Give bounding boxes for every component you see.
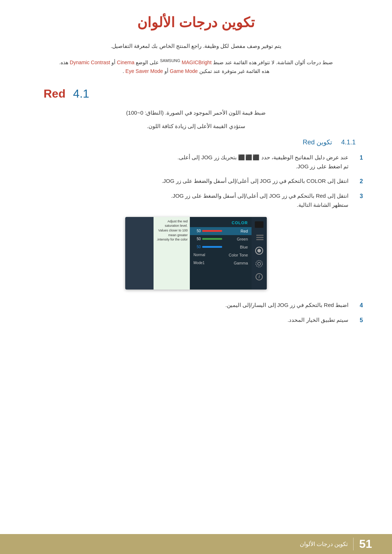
cinema-label: Cinema (117, 59, 134, 65)
note-or2: أو (164, 68, 168, 74)
red-bar (202, 230, 222, 232)
svg-point-1 (256, 260, 262, 267)
info-panel: Adjust the red saturation level. Values … (154, 217, 190, 290)
menu-item-blue-label: Blue (240, 245, 248, 249)
gamma-label: Gamma (234, 261, 248, 265)
sub-section-num: 4.1.1 (341, 139, 356, 146)
icon-info: i (254, 273, 264, 281)
icon-settings (254, 260, 264, 268)
step-5-text: سيتم تطبيق الخيار المحدد. (29, 315, 348, 325)
section-heading: Red 4.1 (29, 87, 363, 100)
green-value: 50 (193, 237, 201, 241)
brand-label: SAMSUNG (160, 58, 180, 63)
step-1-text: عند عرض دليل المفاتيح الوظيفية، حدد ⬛⬛⬛ … (29, 153, 348, 171)
menu-title: COLOR (190, 219, 252, 227)
section-desc2: ستؤدي القيمة الأعلى إلى زيادة كثافة اللو… (29, 121, 363, 131)
step-4: 4 اضبط Red بالتحكم في زر JOG إلى اليسار/… (29, 300, 363, 310)
eye-saver-label: Eye Saver Mode (126, 68, 163, 74)
red-value: 50 (193, 229, 201, 233)
menu-item-green-label: Green (237, 237, 248, 241)
menu-item-red-label: Red (241, 229, 248, 233)
icon-display (254, 221, 264, 229)
dynamic-contrast-label: Dynamic Contrast (70, 59, 110, 65)
blue-bar (202, 246, 222, 248)
note-text-1: ضبط درجات ألوان الشاشة. لا تتوافر هذه ال… (213, 59, 333, 65)
step-4-num: 4 (352, 300, 363, 310)
steps-list: 1 عند عرض دليل المفاتيح الوظيفية، حدد ⬛⬛… (29, 153, 363, 210)
monitor-sidebar: i (252, 217, 267, 290)
green-bar-container: 50 (193, 237, 222, 241)
section-num: 4.1 (73, 87, 89, 100)
sub-section-title: تكوين Red (303, 139, 332, 146)
color-tone-value: Normal (193, 253, 205, 257)
step-2: 2 انتقل إلى COLOR بالتحكم في زر JOG إلى … (29, 176, 363, 186)
menu-panel: COLOR Red 50 Green 50 (190, 217, 252, 290)
step-5-num: 5 (352, 315, 363, 325)
green-bar (202, 238, 222, 240)
menu-item-blue: Blue 50 (190, 243, 252, 251)
step-1: 1 عند عرض دليل المفاتيح الوظيفية، حدد ⬛⬛… (29, 153, 363, 171)
step-1-num: 1 (352, 153, 363, 163)
footer-page-num: 51 (359, 537, 372, 551)
monitor-screenshot: i COLOR Red 50 (29, 217, 363, 290)
note-block: ضبط درجات ألوان الشاشة. لا تتوافر هذه ال… (29, 57, 363, 76)
info-text: Adjust the red saturation level. Values … (156, 219, 188, 241)
note-text-3: هذه. (59, 59, 68, 65)
footer-divider (353, 538, 354, 550)
section-desc1: ضبط قيمة اللون الأحمر الموجود في الصورة.… (29, 108, 363, 118)
step-4-text: اضبط Red بالتحكم في زر JOG إلى اليسار/إل… (29, 300, 348, 310)
menu-item-green: Green 50 (190, 235, 252, 243)
icon-picture (254, 234, 264, 242)
step-2-num: 2 (352, 176, 363, 186)
menu-item-color-tone: Color Tone Normal (190, 251, 252, 259)
step-3-num: 3 (352, 191, 363, 201)
step-3-text: انتقل إلى Red بالتحكم في زر JOG إلى أعلى… (29, 191, 348, 210)
main-title: تكوين درجات الألوان (29, 15, 363, 30)
intro-text: يتم توفير وصف مفصل لكل وظيفة. راجع المنت… (29, 41, 363, 51)
sub-section-heading: 4.1.1 تكوين Red (29, 138, 363, 146)
steps-after-list: 4 اضبط Red بالتحكم في زر JOG إلى اليسار/… (29, 300, 363, 325)
note-dot: . (123, 68, 124, 74)
magic-bright-label: MAGICBright (182, 59, 212, 65)
monitor-main: COLOR Red 50 Green 50 (125, 217, 252, 290)
section-title: Red (44, 87, 65, 100)
gamma-value: Mode1 (193, 261, 205, 265)
monitor-screen: i COLOR Red 50 (125, 217, 267, 290)
footer-bar: تكوين درجات الألوان 51 (0, 534, 392, 554)
note-text-4: هذه القائمة غير متوفرة عند تمكين (199, 68, 269, 74)
blue-value: 50 (193, 245, 201, 249)
note-text-2: على الوضع (136, 59, 159, 65)
menu-item-red: Red 50 (190, 227, 252, 235)
step-5: 5 سيتم تطبيق الخيار المحدد. (29, 315, 363, 325)
red-bar-container: 50 (193, 229, 222, 233)
step-3: 3 انتقل إلى Red بالتحكم في زر JOG إلى أع… (29, 191, 363, 210)
note-or: أو (111, 59, 115, 65)
color-tone-label: Color Tone (229, 253, 248, 257)
game-mode-label: Game Mode (170, 68, 198, 74)
step-2-text: انتقل إلى COLOR بالتحكم في زر JOG إلى أع… (29, 176, 348, 186)
svg-point-0 (258, 262, 261, 265)
menu-item-gamma: Gamma Mode1 (190, 259, 252, 267)
icon-color (254, 247, 264, 255)
blue-bar-container: 50 (193, 245, 222, 249)
footer-title: تكوين درجات الألوان (300, 541, 348, 547)
